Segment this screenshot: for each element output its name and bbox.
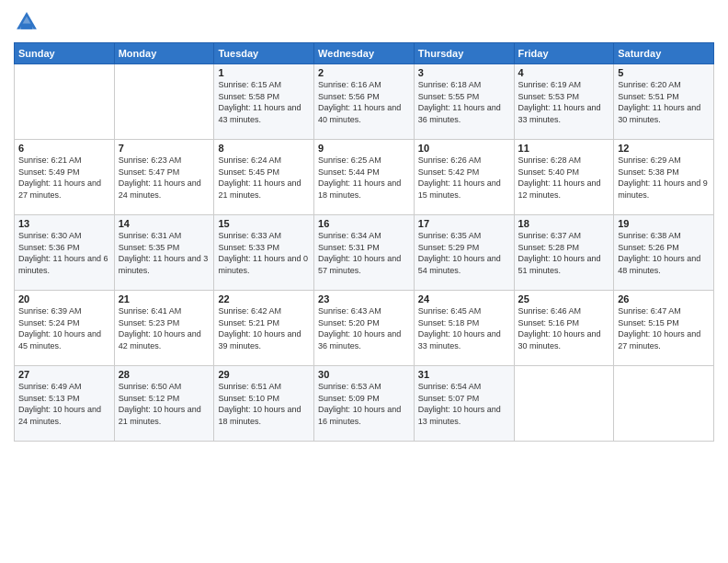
day-info: Sunrise: 6:42 AMSunset: 5:21 PMDaylight:… <box>218 305 310 351</box>
week-row-3: 13Sunrise: 6:30 AMSunset: 5:36 PMDayligh… <box>15 215 714 291</box>
day-cell: 1Sunrise: 6:15 AMSunset: 5:58 PMDaylight… <box>214 64 314 140</box>
day-cell <box>514 366 614 442</box>
day-cell: 21Sunrise: 6:41 AMSunset: 5:23 PMDayligh… <box>114 291 214 366</box>
week-row-2: 6Sunrise: 6:21 AMSunset: 5:49 PMDaylight… <box>15 140 714 215</box>
day-info: Sunrise: 6:38 AMSunset: 5:26 PMDaylight:… <box>618 230 710 276</box>
day-cell <box>614 366 714 442</box>
day-info: Sunrise: 6:37 AMSunset: 5:28 PMDaylight:… <box>518 230 610 276</box>
day-number: 2 <box>318 67 410 78</box>
day-number: 19 <box>618 218 710 229</box>
day-number: 8 <box>218 143 310 154</box>
week-row-4: 20Sunrise: 6:39 AMSunset: 5:24 PMDayligh… <box>15 291 714 366</box>
day-cell: 26Sunrise: 6:47 AMSunset: 5:15 PMDayligh… <box>614 291 714 366</box>
day-cell: 10Sunrise: 6:26 AMSunset: 5:42 PMDayligh… <box>414 140 514 215</box>
day-cell: 27Sunrise: 6:49 AMSunset: 5:13 PMDayligh… <box>15 366 115 442</box>
day-number: 20 <box>18 293 110 304</box>
day-number: 26 <box>618 293 710 304</box>
day-number: 27 <box>18 369 110 380</box>
day-info: Sunrise: 6:54 AMSunset: 5:07 PMDaylight:… <box>418 381 510 427</box>
day-cell: 11Sunrise: 6:28 AMSunset: 5:40 PMDayligh… <box>514 140 614 215</box>
day-number: 22 <box>218 293 310 304</box>
day-cell <box>114 64 214 140</box>
day-info: Sunrise: 6:28 AMSunset: 5:40 PMDaylight:… <box>518 155 610 201</box>
day-number: 9 <box>318 143 410 154</box>
day-info: Sunrise: 6:29 AMSunset: 5:38 PMDaylight:… <box>618 155 710 201</box>
day-info: Sunrise: 6:21 AMSunset: 5:49 PMDaylight:… <box>18 155 110 201</box>
day-info: Sunrise: 6:45 AMSunset: 5:18 PMDaylight:… <box>418 305 510 351</box>
day-cell: 13Sunrise: 6:30 AMSunset: 5:36 PMDayligh… <box>15 215 115 291</box>
day-cell: 30Sunrise: 6:53 AMSunset: 5:09 PMDayligh… <box>314 366 415 442</box>
day-number: 5 <box>618 67 710 78</box>
day-number: 1 <box>218 67 310 78</box>
day-cell: 19Sunrise: 6:38 AMSunset: 5:26 PMDayligh… <box>614 215 714 291</box>
day-number: 13 <box>18 218 110 229</box>
day-cell: 28Sunrise: 6:50 AMSunset: 5:12 PMDayligh… <box>114 366 214 442</box>
day-info: Sunrise: 6:47 AMSunset: 5:15 PMDaylight:… <box>618 305 710 351</box>
header-friday: Friday <box>514 43 614 64</box>
day-number: 24 <box>418 293 510 304</box>
day-info: Sunrise: 6:46 AMSunset: 5:16 PMDaylight:… <box>518 305 610 351</box>
day-cell: 6Sunrise: 6:21 AMSunset: 5:49 PMDaylight… <box>15 140 115 215</box>
day-info: Sunrise: 6:33 AMSunset: 5:33 PMDaylight:… <box>218 230 310 276</box>
day-info: Sunrise: 6:31 AMSunset: 5:35 PMDaylight:… <box>119 230 210 276</box>
day-info: Sunrise: 6:18 AMSunset: 5:55 PMDaylight:… <box>418 79 510 125</box>
day-number: 14 <box>119 218 210 229</box>
day-cell: 17Sunrise: 6:35 AMSunset: 5:29 PMDayligh… <box>414 215 514 291</box>
logo <box>14 9 41 35</box>
day-info: Sunrise: 6:19 AMSunset: 5:53 PMDaylight:… <box>518 79 610 125</box>
day-number: 4 <box>518 67 610 78</box>
day-cell: 8Sunrise: 6:24 AMSunset: 5:45 PMDaylight… <box>214 140 314 215</box>
day-info: Sunrise: 6:35 AMSunset: 5:29 PMDaylight:… <box>418 230 510 276</box>
day-info: Sunrise: 6:39 AMSunset: 5:24 PMDaylight:… <box>18 305 110 351</box>
header-monday: Monday <box>114 43 214 64</box>
header-saturday: Saturday <box>614 43 714 64</box>
day-number: 7 <box>119 143 210 154</box>
day-cell: 5Sunrise: 6:20 AMSunset: 5:51 PMDaylight… <box>614 64 714 140</box>
calendar-body: 1Sunrise: 6:15 AMSunset: 5:58 PMDaylight… <box>15 64 714 442</box>
day-cell: 29Sunrise: 6:51 AMSunset: 5:10 PMDayligh… <box>214 366 314 442</box>
day-info: Sunrise: 6:15 AMSunset: 5:58 PMDaylight:… <box>218 79 310 125</box>
day-cell: 15Sunrise: 6:33 AMSunset: 5:33 PMDayligh… <box>214 215 314 291</box>
day-cell: 18Sunrise: 6:37 AMSunset: 5:28 PMDayligh… <box>514 215 614 291</box>
day-info: Sunrise: 6:53 AMSunset: 5:09 PMDaylight:… <box>318 381 410 427</box>
day-number: 17 <box>418 218 510 229</box>
day-cell: 31Sunrise: 6:54 AMSunset: 5:07 PMDayligh… <box>414 366 514 442</box>
day-cell: 22Sunrise: 6:42 AMSunset: 5:21 PMDayligh… <box>214 291 314 366</box>
day-info: Sunrise: 6:16 AMSunset: 5:56 PMDaylight:… <box>318 79 410 125</box>
day-number: 15 <box>218 218 310 229</box>
day-number: 29 <box>218 369 310 380</box>
day-cell: 2Sunrise: 6:16 AMSunset: 5:56 PMDaylight… <box>314 64 415 140</box>
day-number: 6 <box>18 143 110 154</box>
day-number: 10 <box>418 143 510 154</box>
day-cell: 4Sunrise: 6:19 AMSunset: 5:53 PMDaylight… <box>514 64 614 140</box>
header-tuesday: Tuesday <box>214 43 314 64</box>
day-number: 21 <box>119 293 210 304</box>
header-row: SundayMondayTuesdayWednesdayThursdayFrid… <box>15 43 714 64</box>
day-cell: 14Sunrise: 6:31 AMSunset: 5:35 PMDayligh… <box>114 215 214 291</box>
day-cell: 3Sunrise: 6:18 AMSunset: 5:55 PMDaylight… <box>414 64 514 140</box>
day-number: 16 <box>318 218 410 229</box>
day-info: Sunrise: 6:25 AMSunset: 5:44 PMDaylight:… <box>318 155 410 201</box>
logo-icon <box>14 9 40 35</box>
day-number: 3 <box>418 67 510 78</box>
day-info: Sunrise: 6:30 AMSunset: 5:36 PMDaylight:… <box>18 230 110 276</box>
header-sunday: Sunday <box>15 43 115 64</box>
day-info: Sunrise: 6:49 AMSunset: 5:13 PMDaylight:… <box>18 381 110 427</box>
calendar-header: SundayMondayTuesdayWednesdayThursdayFrid… <box>15 43 714 64</box>
day-number: 11 <box>518 143 610 154</box>
day-cell: 12Sunrise: 6:29 AMSunset: 5:38 PMDayligh… <box>614 140 714 215</box>
day-info: Sunrise: 6:51 AMSunset: 5:10 PMDaylight:… <box>218 381 310 427</box>
header-wednesday: Wednesday <box>314 43 415 64</box>
day-info: Sunrise: 6:43 AMSunset: 5:20 PMDaylight:… <box>318 305 410 351</box>
day-number: 31 <box>418 369 510 380</box>
header-thursday: Thursday <box>414 43 514 64</box>
day-number: 18 <box>518 218 610 229</box>
day-cell: 7Sunrise: 6:23 AMSunset: 5:47 PMDaylight… <box>114 140 214 215</box>
day-number: 23 <box>318 293 410 304</box>
day-info: Sunrise: 6:23 AMSunset: 5:47 PMDaylight:… <box>119 155 210 201</box>
week-row-5: 27Sunrise: 6:49 AMSunset: 5:13 PMDayligh… <box>15 366 714 442</box>
day-info: Sunrise: 6:50 AMSunset: 5:12 PMDaylight:… <box>119 381 210 427</box>
day-cell: 24Sunrise: 6:45 AMSunset: 5:18 PMDayligh… <box>414 291 514 366</box>
day-info: Sunrise: 6:20 AMSunset: 5:51 PMDaylight:… <box>618 79 710 125</box>
day-number: 30 <box>318 369 410 380</box>
